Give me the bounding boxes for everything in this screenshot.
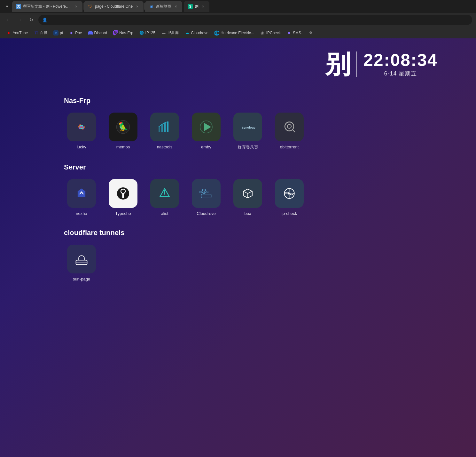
back-button[interactable]: ←	[4, 15, 13, 24]
section-nas-frp: Nas-Frp lucky 🦜	[0, 97, 476, 150]
app-synology[interactable]: Synology 群晖登录页	[230, 113, 265, 150]
tab-separator-3	[183, 3, 183, 10]
sms-icon: ◆	[286, 30, 292, 35]
tab-cloudflare[interactable]: 🛡 page - Cloudflare One ✕	[84, 1, 144, 12]
poe-icon: ◆	[69, 30, 74, 35]
bookmark-ip125-label: IP125	[145, 31, 155, 35]
app-qbit[interactable]: qbittorrent	[272, 113, 307, 150]
svg-text:IP: IP	[288, 192, 291, 195]
bookmark-settings[interactable]: ⚙	[306, 29, 316, 37]
bookmark-twitch-label: Nas-Frp	[119, 31, 133, 35]
bookmark-hurricane[interactable]: 🌐 Hurricane Electric...	[212, 29, 257, 37]
forward-button[interactable]: →	[15, 15, 24, 24]
bookmark-ipcheck[interactable]: ◉ IPCheck	[257, 29, 283, 37]
tab-newtab[interactable]: ◉ 新标签页 ✕	[145, 1, 182, 12]
clock-divider	[356, 51, 357, 77]
tab-favicon-new: ◉	[149, 4, 154, 9]
tab-title-write: 撰写新文章 - 别 - Powered by	[23, 4, 72, 9]
tab-bie[interactable]: S 别 ✕	[184, 1, 209, 12]
svg-point-13	[287, 124, 291, 128]
pt-icon: pt	[53, 30, 59, 35]
bookmark-pt-label: pt	[60, 31, 63, 35]
browser-chrome: ▾ 文 撰写新文章 - 别 - Powered by ✕ 🛡 page - Cl…	[0, 0, 476, 38]
app-ipcheck[interactable]: IP ip-check	[272, 179, 307, 216]
svg-text:Cloudreve: Cloudreve	[199, 191, 209, 193]
svg-marker-8	[204, 123, 211, 131]
app-label-sunpage: sun-page	[73, 277, 90, 281]
tab-title-bie: 别	[195, 4, 199, 9]
app-label-lucky: lucky	[77, 145, 86, 149]
app-label-nezha: nezha	[76, 211, 87, 216]
app-icon-typecho	[109, 179, 137, 208]
bookmarks-bar: ▶ YouTube 百 百度 pt pt ◆ Poe Discord Nas-F…	[0, 27, 476, 38]
tab-close-bie[interactable]: ✕	[200, 4, 206, 9]
tab-title-cf: page - Cloudflare One	[95, 4, 133, 9]
app-cloudreve[interactable]: Cloudreve Cloudreve	[189, 179, 224, 216]
bookmark-twitch[interactable]: Nas-Frp	[110, 29, 136, 37]
app-icon-emby	[192, 113, 221, 141]
app-box[interactable]: box	[230, 179, 265, 216]
bookmark-sms-label: SMS-	[293, 31, 302, 35]
tab-close-write[interactable]: ✕	[74, 4, 79, 9]
bookmark-sms[interactable]: ◆ SMS-	[284, 29, 305, 37]
section-server: Server nezha	[0, 163, 476, 216]
apps-grid-nas-frp: lucky 🦜 memos	[64, 113, 412, 150]
section-title-nas-frp: Nas-Frp	[64, 97, 412, 105]
svg-rect-5	[161, 124, 163, 132]
address-bar[interactable]: 👤	[38, 15, 472, 25]
discord-icon	[88, 30, 93, 35]
app-typecho[interactable]: Typecho	[105, 179, 141, 216]
tab-favicon-cf: 🛡	[88, 4, 93, 9]
svg-line-24	[248, 191, 252, 193]
settings-icon: ⚙	[308, 30, 313, 35]
bookmark-youtube[interactable]: ▶ YouTube	[4, 29, 30, 37]
bookmark-discord[interactable]: Discord	[85, 29, 110, 37]
tab-favicon-write: 文	[16, 4, 21, 9]
bookmark-baidu[interactable]: 百 百度	[31, 29, 50, 37]
app-icon-lucky	[67, 113, 96, 141]
app-label-qbit: qbittorrent	[280, 145, 299, 149]
bookmark-cloudreve[interactable]: ☁ Cloudreve	[182, 29, 211, 37]
reload-button[interactable]: ↻	[27, 15, 36, 24]
app-alist[interactable]: alist	[147, 179, 182, 216]
app-label-nastools: nastools	[157, 145, 172, 149]
app-memos[interactable]: 🦜 memos	[105, 113, 141, 150]
tab-close-new[interactable]: ✕	[173, 4, 178, 9]
svg-rect-17	[122, 193, 124, 198]
clock-time: 22:08:34	[363, 51, 438, 68]
app-label-memos: memos	[116, 145, 130, 149]
app-icon-synology: Synology	[233, 113, 262, 141]
svg-rect-7	[167, 122, 168, 132]
clock-char: 别	[325, 51, 350, 77]
cloudreve-icon: ☁	[184, 30, 190, 35]
svg-rect-21	[201, 194, 211, 198]
svg-rect-6	[164, 122, 166, 132]
app-icon-qbit	[275, 113, 304, 141]
app-icon-nastools	[150, 113, 179, 141]
bookmark-discord-label: Discord	[94, 31, 107, 35]
clock-date: 6-14 星期五	[384, 70, 417, 77]
bookmark-pt[interactable]: pt pt	[51, 29, 66, 37]
bookmark-ip125[interactable]: 🌐 IP125	[137, 29, 158, 37]
bookmark-ipleak-label: IP泄漏	[168, 30, 179, 35]
svg-line-12	[293, 130, 295, 132]
clock-time-block: 22:08:34 6-14 星期五	[363, 51, 438, 77]
app-lucky[interactable]: lucky	[64, 113, 99, 150]
ip125-icon: 🌐	[139, 30, 144, 35]
tab-close-cf[interactable]: ✕	[135, 4, 140, 9]
ipleak-icon: ▬	[161, 30, 166, 35]
app-nastools[interactable]: nastools	[147, 113, 182, 150]
app-nezha[interactable]: nezha	[64, 179, 99, 216]
baidu-icon: 百	[34, 30, 39, 35]
app-sunpage[interactable]: sun-page	[64, 245, 99, 281]
bookmark-poe[interactable]: ◆ Poe	[66, 29, 84, 37]
svg-text:Synology: Synology	[242, 126, 256, 129]
app-icon-cloudreve: Cloudreve	[192, 179, 221, 208]
tab-dropdown-button[interactable]: ▾	[3, 2, 12, 11]
tab-bar: ▾ 文 撰写新文章 - 别 - Powered by ✕ 🛡 page - Cl…	[0, 0, 476, 13]
app-label-alist: alist	[161, 211, 168, 216]
twitch-icon	[113, 30, 118, 35]
bookmark-ipleak[interactable]: ▬ IP泄漏	[159, 29, 181, 37]
app-emby[interactable]: emby	[189, 113, 224, 150]
tab-write[interactable]: 文 撰写新文章 - 别 - Powered by ✕	[12, 1, 82, 12]
